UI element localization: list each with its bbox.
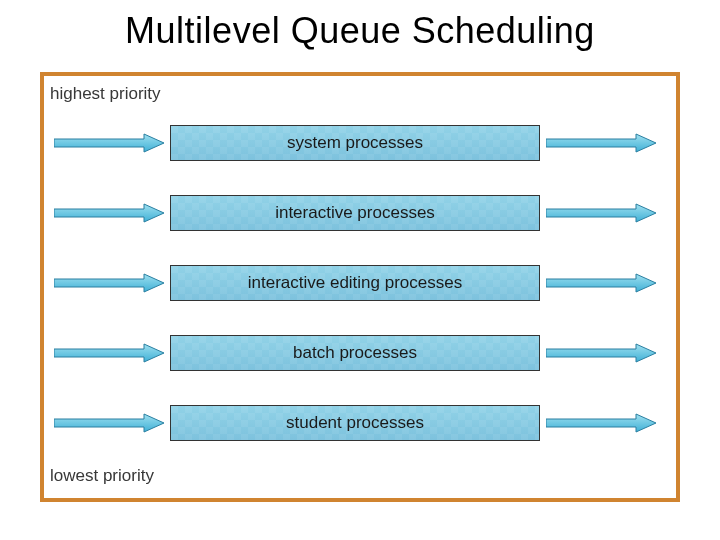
arrow-out-icon [546,413,656,433]
queue-box: interactive processes [170,195,540,231]
arrow-in-icon [54,413,164,433]
diagram-frame: highest priority system processes intera… [40,72,680,502]
arrow-in-icon [54,133,164,153]
arrow-out-icon [546,273,656,293]
highest-priority-label: highest priority [44,84,676,104]
queue-row-batch: batch processes [44,318,676,388]
queue-label: system processes [287,133,423,153]
page-title: Multilevel Queue Scheduling [40,10,680,52]
queue-label: batch processes [293,343,417,363]
queue-row-interactive-editing: interactive editing processes [44,248,676,318]
arrow-out-icon [546,133,656,153]
arrow-in-icon [54,273,164,293]
queue-box: system processes [170,125,540,161]
queue-row-interactive: interactive processes [44,178,676,248]
arrow-out-icon [546,343,656,363]
queue-box: student processes [170,405,540,441]
queue-row-student: student processes [44,388,676,458]
queue-box: interactive editing processes [170,265,540,301]
queue-box: batch processes [170,335,540,371]
queue-label: interactive processes [275,203,435,223]
queue-label: interactive editing processes [248,273,463,293]
arrow-out-icon [546,203,656,223]
queue-label: student processes [286,413,424,433]
lowest-priority-label: lowest priority [44,466,676,486]
arrow-in-icon [54,203,164,223]
slide: Multilevel Queue Scheduling highest prio… [0,0,720,540]
queue-row-system: system processes [44,108,676,178]
arrow-in-icon [54,343,164,363]
